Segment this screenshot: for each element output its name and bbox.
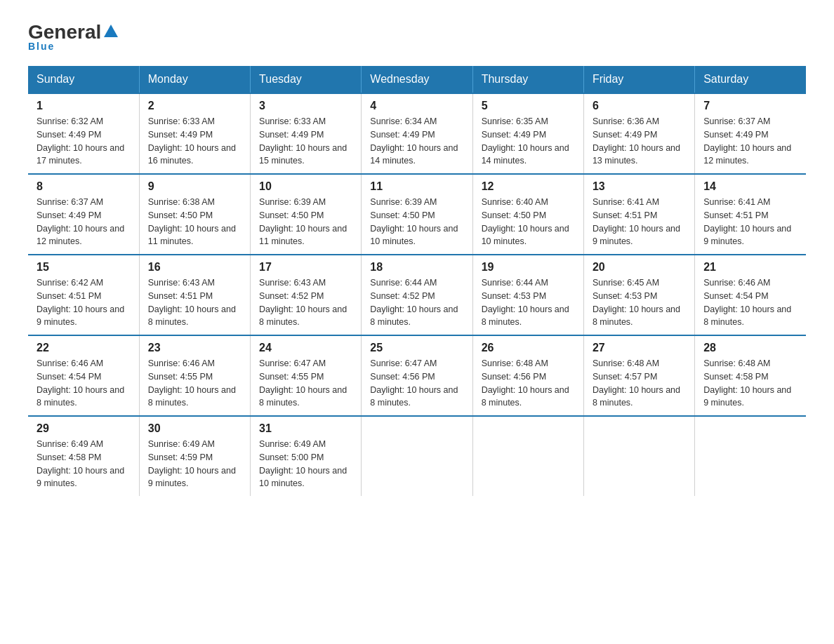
- day-info: Sunrise: 6:48 AMSunset: 4:56 PMDaylight:…: [482, 357, 575, 410]
- day-info: Sunrise: 6:41 AMSunset: 4:51 PMDaylight:…: [703, 196, 797, 248]
- day-number: 23: [148, 342, 241, 354]
- day-number: 18: [370, 261, 463, 274]
- day-number: 12: [482, 180, 575, 193]
- day-number: 13: [593, 180, 686, 193]
- calendar-cell: 8Sunrise: 6:37 AMSunset: 4:49 PMDaylight…: [28, 174, 139, 255]
- calendar-cell: 14Sunrise: 6:41 AMSunset: 4:51 PMDayligh…: [695, 174, 806, 255]
- calendar-cell: 2Sunrise: 6:33 AMSunset: 4:49 PMDaylight…: [139, 93, 250, 174]
- calendar-cell: 29Sunrise: 6:49 AMSunset: 4:58 PMDayligh…: [28, 416, 139, 496]
- calendar-week-row: 8Sunrise: 6:37 AMSunset: 4:49 PMDaylight…: [28, 174, 806, 255]
- day-number: 24: [259, 342, 352, 354]
- logo-blue-line: Blue: [28, 41, 55, 52]
- day-info: Sunrise: 6:33 AMSunset: 4:49 PMDaylight:…: [148, 115, 241, 168]
- calendar-header-friday: Friday: [583, 66, 694, 93]
- day-number: 6: [593, 100, 686, 112]
- calendar-header-wednesday: Wednesday: [362, 66, 472, 93]
- day-info: Sunrise: 6:47 AMSunset: 4:56 PMDaylight:…: [370, 357, 463, 410]
- calendar-cell: [695, 416, 806, 496]
- day-number: 31: [259, 422, 352, 435]
- calendar-cell: 25Sunrise: 6:47 AMSunset: 4:56 PMDayligh…: [362, 335, 472, 416]
- calendar-week-row: 1Sunrise: 6:32 AMSunset: 4:49 PMDaylight…: [28, 93, 806, 174]
- calendar-cell: 15Sunrise: 6:42 AMSunset: 4:51 PMDayligh…: [28, 255, 139, 335]
- day-number: 19: [482, 261, 575, 274]
- calendar-cell: 23Sunrise: 6:46 AMSunset: 4:55 PMDayligh…: [139, 335, 250, 416]
- day-number: 5: [482, 100, 575, 112]
- logo-triangle-icon: [104, 25, 118, 37]
- day-info: Sunrise: 6:39 AMSunset: 4:50 PMDaylight:…: [259, 196, 352, 248]
- calendar-cell: 4Sunrise: 6:34 AMSunset: 4:49 PMDaylight…: [362, 93, 472, 174]
- day-number: 29: [37, 422, 131, 435]
- day-number: 14: [703, 180, 797, 193]
- calendar-cell: 9Sunrise: 6:38 AMSunset: 4:50 PMDaylight…: [139, 174, 250, 255]
- day-number: 16: [148, 261, 241, 274]
- day-info: Sunrise: 6:42 AMSunset: 4:51 PMDaylight:…: [37, 276, 131, 329]
- day-number: 8: [37, 180, 131, 193]
- day-info: Sunrise: 6:44 AMSunset: 4:53 PMDaylight:…: [482, 276, 575, 329]
- day-info: Sunrise: 6:43 AMSunset: 4:52 PMDaylight:…: [259, 276, 352, 329]
- day-info: Sunrise: 6:36 AMSunset: 4:49 PMDaylight:…: [593, 115, 686, 168]
- day-number: 15: [37, 261, 131, 274]
- calendar-cell: 11Sunrise: 6:39 AMSunset: 4:50 PMDayligh…: [362, 174, 472, 255]
- day-info: Sunrise: 6:44 AMSunset: 4:52 PMDaylight:…: [370, 276, 463, 329]
- calendar-header-sunday: Sunday: [28, 66, 139, 93]
- calendar-cell: 30Sunrise: 6:49 AMSunset: 4:59 PMDayligh…: [139, 416, 250, 496]
- day-info: Sunrise: 6:47 AMSunset: 4:55 PMDaylight:…: [259, 357, 352, 410]
- logo: General Blue: [28, 21, 118, 52]
- day-info: Sunrise: 6:33 AMSunset: 4:49 PMDaylight:…: [259, 115, 352, 168]
- day-number: 2: [148, 100, 241, 112]
- day-info: Sunrise: 6:34 AMSunset: 4:49 PMDaylight:…: [370, 115, 463, 168]
- day-number: 20: [593, 261, 686, 274]
- day-number: 7: [703, 100, 797, 112]
- day-info: Sunrise: 6:32 AMSunset: 4:49 PMDaylight:…: [37, 115, 131, 168]
- page-header: General Blue: [28, 21, 806, 52]
- day-info: Sunrise: 6:46 AMSunset: 4:55 PMDaylight:…: [148, 357, 241, 410]
- calendar-cell: [472, 416, 583, 496]
- calendar-cell: 31Sunrise: 6:49 AMSunset: 5:00 PMDayligh…: [251, 416, 362, 496]
- calendar-cell: 18Sunrise: 6:44 AMSunset: 4:52 PMDayligh…: [362, 255, 472, 335]
- calendar-header-saturday: Saturday: [695, 66, 806, 93]
- day-number: 27: [593, 342, 686, 354]
- day-info: Sunrise: 6:48 AMSunset: 4:57 PMDaylight:…: [593, 357, 686, 410]
- day-info: Sunrise: 6:49 AMSunset: 5:00 PMDaylight:…: [259, 438, 352, 490]
- day-number: 17: [259, 261, 352, 274]
- calendar-cell: 13Sunrise: 6:41 AMSunset: 4:51 PMDayligh…: [583, 174, 694, 255]
- day-info: Sunrise: 6:40 AMSunset: 4:50 PMDaylight:…: [482, 196, 575, 248]
- calendar-cell: 21Sunrise: 6:46 AMSunset: 4:54 PMDayligh…: [695, 255, 806, 335]
- calendar-cell: 26Sunrise: 6:48 AMSunset: 4:56 PMDayligh…: [472, 335, 583, 416]
- day-number: 22: [37, 342, 131, 354]
- calendar-cell: 16Sunrise: 6:43 AMSunset: 4:51 PMDayligh…: [139, 255, 250, 335]
- day-info: Sunrise: 6:41 AMSunset: 4:51 PMDaylight:…: [593, 196, 686, 248]
- day-info: Sunrise: 6:49 AMSunset: 4:59 PMDaylight:…: [148, 438, 241, 490]
- calendar-cell: 20Sunrise: 6:45 AMSunset: 4:53 PMDayligh…: [583, 255, 694, 335]
- calendar-header-thursday: Thursday: [472, 66, 583, 93]
- calendar-cell: 3Sunrise: 6:33 AMSunset: 4:49 PMDaylight…: [251, 93, 362, 174]
- day-number: 3: [259, 100, 352, 112]
- calendar-cell: 28Sunrise: 6:48 AMSunset: 4:58 PMDayligh…: [695, 335, 806, 416]
- calendar-cell: 7Sunrise: 6:37 AMSunset: 4:49 PMDaylight…: [695, 93, 806, 174]
- day-number: 1: [37, 100, 131, 112]
- day-number: 10: [259, 180, 352, 193]
- day-info: Sunrise: 6:38 AMSunset: 4:50 PMDaylight:…: [148, 196, 241, 248]
- calendar-cell: 24Sunrise: 6:47 AMSunset: 4:55 PMDayligh…: [251, 335, 362, 416]
- day-info: Sunrise: 6:39 AMSunset: 4:50 PMDaylight:…: [370, 196, 463, 248]
- day-number: 9: [148, 180, 241, 193]
- day-info: Sunrise: 6:46 AMSunset: 4:54 PMDaylight:…: [703, 276, 797, 329]
- day-info: Sunrise: 6:49 AMSunset: 4:58 PMDaylight:…: [37, 438, 131, 490]
- day-info: Sunrise: 6:35 AMSunset: 4:49 PMDaylight:…: [482, 115, 575, 168]
- calendar-week-row: 22Sunrise: 6:46 AMSunset: 4:54 PMDayligh…: [28, 335, 806, 416]
- day-info: Sunrise: 6:37 AMSunset: 4:49 PMDaylight:…: [703, 115, 797, 168]
- calendar-week-row: 29Sunrise: 6:49 AMSunset: 4:58 PMDayligh…: [28, 416, 806, 496]
- calendar-header-monday: Monday: [139, 66, 250, 93]
- day-info: Sunrise: 6:43 AMSunset: 4:51 PMDaylight:…: [148, 276, 241, 329]
- day-number: 26: [482, 342, 575, 354]
- calendar-cell: [583, 416, 694, 496]
- day-info: Sunrise: 6:37 AMSunset: 4:49 PMDaylight:…: [37, 196, 131, 248]
- day-number: 11: [370, 180, 463, 193]
- calendar-cell: 27Sunrise: 6:48 AMSunset: 4:57 PMDayligh…: [583, 335, 694, 416]
- calendar-header-tuesday: Tuesday: [251, 66, 362, 93]
- calendar-cell: 5Sunrise: 6:35 AMSunset: 4:49 PMDaylight…: [472, 93, 583, 174]
- day-number: 4: [370, 100, 463, 112]
- day-info: Sunrise: 6:45 AMSunset: 4:53 PMDaylight:…: [593, 276, 686, 329]
- calendar-cell: 12Sunrise: 6:40 AMSunset: 4:50 PMDayligh…: [472, 174, 583, 255]
- calendar-cell: 10Sunrise: 6:39 AMSunset: 4:50 PMDayligh…: [251, 174, 362, 255]
